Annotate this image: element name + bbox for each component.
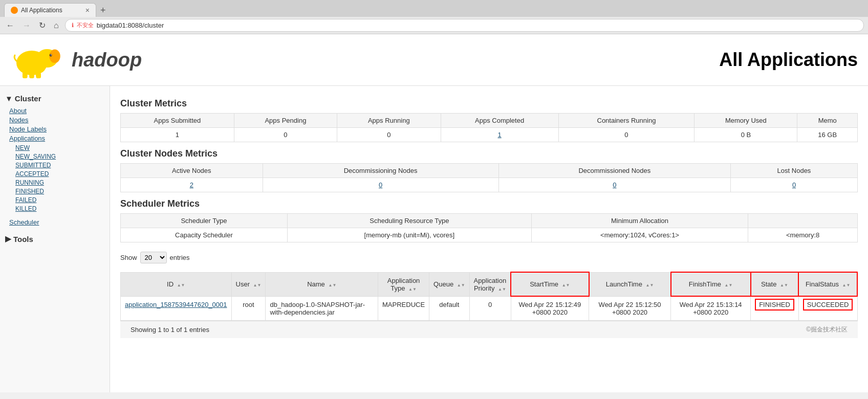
scheduler-link[interactable]: Scheduler: [5, 218, 39, 226]
sm-header-type: Scheduler Type: [121, 214, 288, 228]
app-id-link[interactable]: application_1587539447620_0001: [125, 301, 227, 308]
home-button[interactable]: ⌂: [52, 20, 61, 31]
submitted-link[interactable]: SUBMITTED: [15, 162, 51, 169]
finishtime-sort[interactable]: ▲▼: [725, 283, 733, 287]
browser-tab[interactable]: All Applications ×: [4, 3, 96, 17]
sidebar-cluster-section[interactable]: ▼ Cluster: [5, 94, 104, 103]
sidebar-item-failed[interactable]: FAILED: [15, 196, 104, 204]
address-input[interactable]: ℹ 不安全 bigdata01:8088/cluster: [65, 19, 864, 32]
scheduler-metrics-title: Scheduler Metrics: [120, 198, 858, 209]
cell-finalstatus: SUCCEEDED: [798, 296, 857, 321]
killed-link[interactable]: KILLED: [15, 205, 36, 212]
id-sort[interactable]: ▲▼: [177, 283, 185, 287]
tab-bar: All Applications × +: [0, 0, 868, 17]
forward-button[interactable]: →: [20, 20, 33, 31]
cm-val-completed[interactable]: 1: [441, 128, 558, 142]
sidebar-item-running[interactable]: RUNNING: [15, 179, 104, 186]
cm-val-running: 0: [337, 128, 441, 142]
accepted-link[interactable]: ACCEPTED: [15, 170, 49, 178]
starttime-sort[interactable]: ▲▼: [562, 283, 570, 287]
queue-sort[interactable]: ▲▼: [457, 283, 465, 287]
applications-link[interactable]: Applications: [9, 135, 45, 142]
col-queue[interactable]: Queue ▲▼: [429, 272, 470, 296]
sidebar-tools-section[interactable]: ▶ Tools: [5, 234, 104, 243]
priority-sort[interactable]: ▲▼: [498, 287, 506, 292]
col-state[interactable]: State ▲▼: [751, 272, 799, 296]
decommissioned-link[interactable]: 0: [613, 181, 616, 189]
cm-val-submitted: 1: [121, 128, 234, 142]
sidebar-item-finished[interactable]: FINISHED: [15, 187, 104, 195]
cell-id[interactable]: application_1587539447620_0001: [121, 296, 232, 321]
cm-val-containers: 0: [558, 128, 695, 142]
cn-header-lost: Lost Nodes: [730, 164, 857, 178]
launchtime-sort[interactable]: ▲▼: [646, 283, 654, 287]
sidebar-item-submitted[interactable]: SUBMITTED: [15, 161, 104, 169]
browser-chrome: All Applications × + ← → ↻ ⌂ ℹ 不安全 bigda…: [0, 0, 868, 34]
col-name[interactable]: Name ▲▼: [266, 272, 378, 296]
sidebar-item-new-saving[interactable]: NEW_SAVING: [15, 152, 104, 160]
sidebar-item-about[interactable]: About: [9, 107, 104, 115]
sidebar-item-accepted[interactable]: ACCEPTED: [15, 170, 104, 178]
finalstatus-sort[interactable]: ▲▼: [842, 283, 851, 287]
state-badge: FINISHED: [755, 299, 794, 311]
col-finalstatus[interactable]: FinalStatus ▲▼: [798, 272, 857, 296]
tab-favicon: [11, 7, 18, 14]
sidebar-item-nodelabels[interactable]: Node Labels: [9, 125, 104, 133]
cn-header-decommissioning: Decommissioning Nodes: [263, 164, 498, 178]
show-label: Show: [120, 254, 137, 261]
state-sort[interactable]: ▲▼: [780, 283, 788, 287]
name-sort[interactable]: ▲▼: [328, 283, 336, 287]
cn-header-active: Active Nodes: [121, 164, 263, 178]
sidebar-item-killed[interactable]: KILLED: [15, 205, 104, 212]
completed-link[interactable]: 1: [497, 131, 501, 139]
col-priority[interactable]: ApplicationPriority ▲▼: [469, 272, 511, 296]
cn-val-active[interactable]: 2: [121, 178, 263, 192]
refresh-button[interactable]: ↻: [37, 19, 48, 31]
launchtime-value: Wed Apr 22 15:12:50 +0800 2020: [599, 301, 661, 316]
cn-val-decommissioned[interactable]: 0: [498, 178, 730, 192]
about-link[interactable]: About: [9, 107, 27, 115]
sidebar-item-nodes[interactable]: Nodes: [9, 116, 104, 124]
sidebar-item-applications[interactable]: Applications: [9, 135, 104, 142]
cluster-metrics-table: Apps Submitted Apps Pending Apps Running…: [120, 113, 858, 142]
lost-link[interactable]: 0: [792, 181, 796, 189]
col-finishtime[interactable]: FinishTime ▲▼: [671, 272, 751, 296]
hadoop-logo: hadoop hadoop: [10, 39, 174, 80]
show-entries-bar: Show 20 10 25 50 100 entries: [120, 249, 858, 267]
running-link[interactable]: RUNNING: [15, 179, 44, 186]
decommissioning-link[interactable]: 0: [379, 181, 382, 189]
nodelabels-link[interactable]: Node Labels: [9, 125, 47, 133]
apptype-sort[interactable]: ▲▼: [408, 287, 417, 292]
cm-header-memo: Memo: [797, 114, 858, 128]
nodes-link[interactable]: Nodes: [9, 116, 29, 124]
failed-link[interactable]: FAILED: [15, 196, 36, 204]
svg-rect-7: [36, 73, 41, 78]
sidebar-app-subnav: NEW NEW_SAVING SUBMITTED ACCEPTED RUNNIN…: [5, 144, 104, 212]
watermark: ©掘金技术社区: [806, 325, 848, 334]
col-user[interactable]: User ▲▼: [231, 272, 266, 296]
col-starttime[interactable]: StartTime ▲▼: [511, 272, 589, 296]
tab-close-button[interactable]: ×: [85, 6, 90, 14]
col-apptype[interactable]: ApplicationType ▲▼: [378, 272, 429, 296]
applications-table: ID ▲▼ User ▲▼ Name ▲▼ ApplicationType: [120, 272, 858, 321]
security-icon: ℹ: [72, 22, 74, 29]
cn-val-decommissioning[interactable]: 0: [263, 178, 498, 192]
new-link[interactable]: NEW: [15, 144, 30, 151]
user-sort[interactable]: ▲▼: [253, 283, 262, 287]
col-id[interactable]: ID ▲▼: [121, 272, 232, 296]
showing-text: Showing 1 to 1 of 1 entries: [131, 326, 209, 334]
active-nodes-link[interactable]: 2: [190, 181, 193, 189]
entries-select[interactable]: 20 10 25 50 100: [140, 252, 167, 263]
scheduler-metrics-table: Scheduler Type Scheduling Resource Type …: [120, 213, 858, 242]
sidebar-item-new[interactable]: NEW: [15, 144, 104, 151]
new-saving-link[interactable]: NEW_SAVING: [15, 153, 56, 160]
col-launchtime[interactable]: LaunchTime ▲▼: [589, 272, 671, 296]
cm-header-pending: Apps Pending: [234, 114, 337, 128]
cell-launchtime: Wed Apr 22 15:12:50 +0800 2020: [589, 296, 671, 321]
back-button[interactable]: ←: [4, 20, 16, 31]
finished-link[interactable]: FINISHED: [15, 188, 44, 195]
tools-arrow: ▶: [5, 234, 11, 243]
new-tab-button[interactable]: +: [100, 6, 106, 15]
sm-val-type: Capacity Scheduler: [121, 228, 288, 242]
cn-val-lost[interactable]: 0: [730, 178, 857, 192]
